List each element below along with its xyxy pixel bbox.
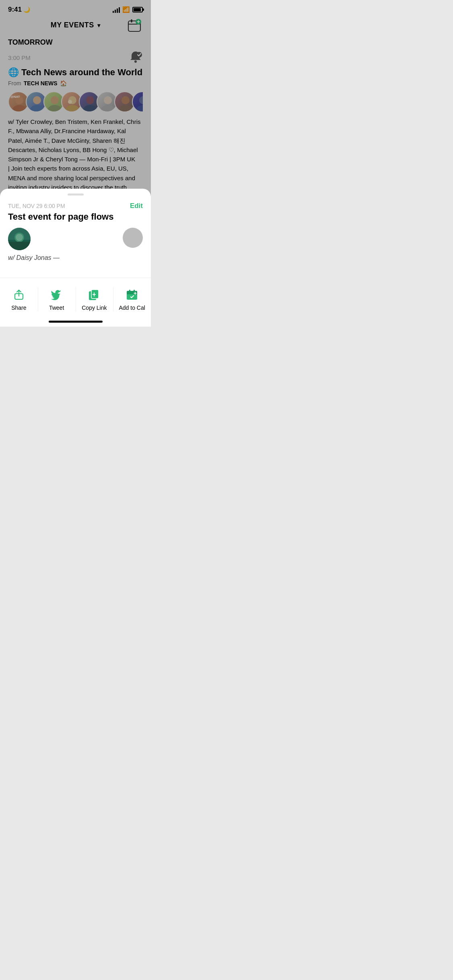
event-source: From TECH NEWS 🏠 [8,80,143,86]
header-title-text: MY EVENTS [51,21,94,29]
sheet-with: w/ Daisy Jonas — [8,254,143,266]
chevron-down-icon: ▾ [97,22,101,29]
svg-point-25 [139,96,143,104]
event-time: 3:00 PM [8,50,143,66]
svg-point-10 [12,105,27,112]
svg-point-17 [65,105,80,112]
svg-point-20 [83,105,97,112]
home-icon: 🏠 [60,80,67,86]
svg-point-21 [104,96,112,104]
status-icons: 📶 [113,6,143,13]
sheet-date: TUE, NOV 29 6:00 PM Edit [8,202,143,210]
sheet-event-title: Test event for page flows [8,212,143,222]
share-icon [12,288,26,302]
bottom-sheet: TUE, NOV 29 6:00 PM Edit Test event for … [0,189,151,327]
svg-point-19 [86,96,94,104]
svg-point-15 [47,105,62,112]
battery-icon [132,7,143,12]
svg-point-24 [118,105,133,112]
copy-link-label: Copy Link [82,305,107,311]
signal-icon [113,6,120,13]
avatar-8 [132,91,143,112]
add-calendar-button[interactable] [126,17,143,34]
calendar-plus-icon [127,18,142,33]
moon-icon: 🌙 [23,6,30,13]
share-button[interactable]: Share [0,284,38,314]
header: MY EVENTS ▾ [0,17,151,34]
edit-button[interactable]: Edit [130,202,143,210]
add-to-cal-label: Add to Cal [119,305,145,311]
sheet-event-body [8,228,143,250]
copy-link-button[interactable]: Copy Link [76,284,113,314]
svg-rect-34 [91,290,99,299]
wifi-icon: 📶 [122,6,130,13]
notification-bell-icon[interactable] [128,50,143,66]
svg-rect-1 [131,19,132,23]
svg-point-26 [136,105,143,112]
svg-rect-30 [8,242,31,250]
svg-point-14 [51,96,59,104]
section-tomorrow: TOMORROW [0,34,151,50]
copy-link-icon [87,288,101,302]
svg-point-31 [16,234,23,241]
header-title: MY EVENTS ▾ [51,21,101,29]
svg-point-22 [101,105,115,112]
add-to-cal-icon [125,288,139,302]
event-title: 🌐 Tech News around the World [8,67,143,78]
svg-point-7 [134,60,137,63]
svg-point-23 [121,96,130,104]
svg-rect-39 [129,290,130,292]
home-indicator [49,321,103,323]
share-label: Share [11,305,26,311]
svg-point-12 [33,96,41,104]
globe-icon: 🌐 [8,67,19,78]
svg-text:@NAT: @NAT [10,95,20,99]
tweet-icon [49,288,64,302]
sheet-avatar [8,228,31,250]
add-to-cal-button[interactable]: Add to Cal [113,284,151,314]
tweet-button[interactable]: Tweet [38,284,76,314]
avatar-row: @NAT [8,91,143,112]
sheet-handle[interactable] [68,194,84,196]
svg-point-13 [30,105,44,112]
svg-rect-40 [134,290,135,292]
sheet-avatar-gray [123,228,143,248]
sheet-content: TUE, NOV 29 6:00 PM Edit Test event for … [0,202,151,273]
action-bar: Share Tweet Copy Link [0,278,151,317]
status-time: 9:41 [8,6,22,14]
tweet-label: Tweet [49,305,64,311]
svg-point-18 [68,100,72,104]
status-bar: 9:41 🌙 📶 [0,0,151,17]
